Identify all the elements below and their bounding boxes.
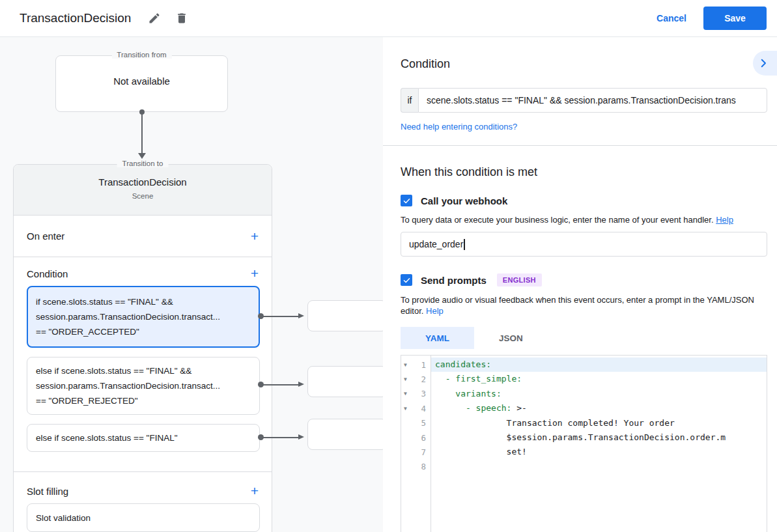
gutter-row: ▼2 <box>401 372 431 386</box>
checkmark-icon <box>403 197 411 205</box>
gutter-row: ▼3 <box>401 387 431 401</box>
gutter-row: 6 <box>401 430 431 445</box>
webhook-description-text: To query data or execute your business l… <box>401 215 714 225</box>
send-prompts-label: Send prompts <box>421 275 487 286</box>
connector-line <box>141 113 143 154</box>
code-line: candidates: <box>431 357 767 372</box>
line-number: 2 <box>412 374 431 384</box>
code-line: variants: <box>431 387 767 401</box>
transition-target-box[interactable] <box>307 366 383 397</box>
yaml-key: variants: <box>455 389 501 399</box>
editor-code-area[interactable]: candidates: - first_simple: variants: - … <box>431 356 767 532</box>
condition-section-head: Condition + <box>14 257 272 286</box>
gutter-row: 8 <box>401 460 431 474</box>
condition-section-label: Condition <box>27 268 251 279</box>
webhook-description: To query data or execute your business l… <box>401 214 756 225</box>
flow-arrow-down <box>137 109 147 159</box>
on-enter-row[interactable]: On enter + <box>14 216 272 257</box>
event-handler-input[interactable]: update_order <box>401 232 767 257</box>
fold-arrow-icon[interactable]: ▼ <box>401 362 412 368</box>
webhook-checkbox[interactable] <box>401 195 412 206</box>
webhook-label: Call your webhook <box>421 195 507 206</box>
code-text <box>435 403 466 413</box>
condition-expression-input[interactable]: scene.slots.status == "FINAL" && session… <box>418 88 767 113</box>
condition-expression-row: if scene.slots.status == "FINAL" && sess… <box>401 88 767 113</box>
code-line <box>431 460 767 474</box>
on-enter-label: On enter <box>27 231 251 242</box>
transition-to-legend: Transition to <box>117 160 169 167</box>
send-prompts-checkbox[interactable] <box>401 274 412 286</box>
page-title: TransactionDecision <box>20 11 131 25</box>
line-number: 4 <box>412 404 431 413</box>
gutter-row: 5 <box>401 416 431 430</box>
gutter-row: ▼1 <box>401 357 431 372</box>
slot-filling-label: Slot filling <box>27 486 251 497</box>
line-number: 6 <box>412 433 431 443</box>
when-condition-heading: When this condition is met <box>401 165 767 179</box>
slot-validation-item[interactable]: Slot validation <box>27 503 260 532</box>
collapse-panel-button[interactable] <box>753 51 777 76</box>
add-on-enter-button[interactable]: + <box>251 230 259 243</box>
line-number: 8 <box>412 462 431 471</box>
scene-card-header[interactable]: TransactionDecision Scene <box>14 165 272 216</box>
line-number: 7 <box>412 447 431 457</box>
flow-canvas: Transition from Not available Transition… <box>0 37 383 532</box>
fold-arrow-icon[interactable]: ▼ <box>401 391 412 397</box>
prompts-description-text: To provide audio or visual feedback when… <box>401 295 754 316</box>
tab-json[interactable]: JSON <box>474 327 548 349</box>
transition-from-box: Transition from Not available <box>55 55 228 112</box>
topbar: TransactionDecision Cancel Save <box>0 0 777 37</box>
chevron-right-icon <box>757 57 769 69</box>
condition-detail-panel: Condition if scene.slots.status == "FINA… <box>383 37 777 532</box>
line-number: 1 <box>412 360 431 370</box>
scene-card: Transition to TransactionDecision Scene … <box>13 164 272 532</box>
condition-connector-arrow <box>258 382 307 387</box>
code-line: - speech: >- <box>431 401 767 415</box>
arrowhead-icon <box>138 153 146 159</box>
scene-title: TransactionDecision <box>20 176 265 188</box>
code-line: set! <box>431 445 767 459</box>
arrowhead-icon <box>298 313 304 318</box>
code-line: Transaction completed! Your order <box>431 416 767 430</box>
add-condition-button[interactable]: + <box>251 267 259 280</box>
code-line: $session.params.TransactionDecision.orde… <box>431 430 767 445</box>
arrowhead-icon <box>298 434 304 440</box>
panel-heading: Condition <box>401 57 767 71</box>
cancel-button[interactable]: Cancel <box>657 13 686 23</box>
condition-item[interactable]: else if scene.slots.status == "FINAL" <box>27 424 260 452</box>
transition-target-box[interactable] <box>307 419 383 450</box>
webhook-row: Call your webhook <box>401 195 767 206</box>
tab-yaml[interactable]: YAML <box>401 327 474 349</box>
delete-icon[interactable] <box>175 12 188 25</box>
editor-tabs: YAML JSON <box>401 327 767 349</box>
prompts-help-link[interactable]: Help <box>426 306 444 316</box>
condition-item[interactable]: else if scene.slots.status == "FINAL" &&… <box>27 357 260 415</box>
editor-gutter: ▼1 ▼2 ▼3 ▼4 5 6 7 8 <box>401 356 431 532</box>
if-prefix: if <box>401 88 418 113</box>
condition-item[interactable]: if scene.slots.status == "FINAL" && sess… <box>27 286 260 348</box>
condition-connector-arrow <box>258 313 307 319</box>
webhook-help-link[interactable]: Help <box>716 215 733 225</box>
connector-line <box>263 437 300 438</box>
checkmark-icon <box>403 276 411 285</box>
yaml-editor[interactable]: ▼1 ▼2 ▼3 ▼4 5 6 7 8 candidates: - first_… <box>401 355 767 532</box>
fold-arrow-icon[interactable]: ▼ <box>401 376 412 382</box>
condition-help-link[interactable]: Need help entering conditions? <box>401 122 517 132</box>
code-text: set! <box>435 447 527 456</box>
gutter-row: ▼4 <box>401 401 431 415</box>
transition-target-box[interactable] <box>307 300 383 331</box>
edit-icon[interactable] <box>148 12 161 25</box>
code-text: Transaction completed! Your order <box>435 418 675 428</box>
add-slot-button[interactable]: + <box>251 484 259 497</box>
connector-line <box>263 384 300 385</box>
arrowhead-icon <box>298 382 304 387</box>
condition-connector-arrow <box>258 434 307 440</box>
connector-line <box>263 316 300 317</box>
condition-section: Condition + if scene.slots.status == "FI… <box>14 257 272 472</box>
slot-filling-section: Slot filling + Slot validation <box>14 472 272 532</box>
code-text <box>435 374 445 384</box>
line-number: 5 <box>412 418 431 428</box>
fold-arrow-icon[interactable]: ▼ <box>401 406 412 412</box>
code-text: >- <box>511 403 526 413</box>
save-button[interactable]: Save <box>703 7 767 30</box>
